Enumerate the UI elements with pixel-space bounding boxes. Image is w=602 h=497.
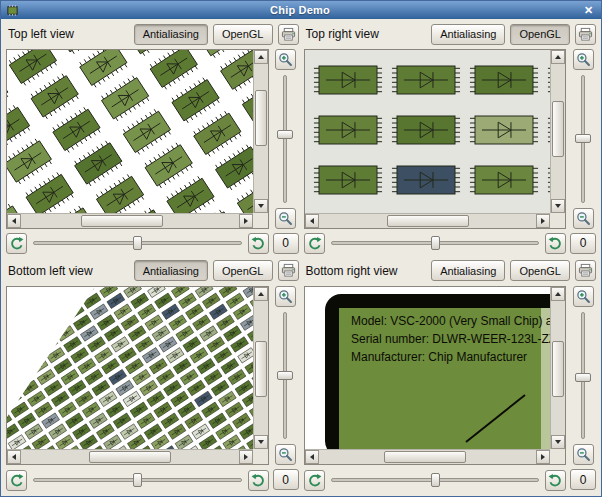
vertical-scroll-handle[interactable] xyxy=(255,90,267,146)
scroll-down-button[interactable] xyxy=(551,199,565,213)
vertical-scroll-handle[interactable] xyxy=(552,101,564,157)
print-button[interactable] xyxy=(278,260,299,281)
scroll-up-button[interactable] xyxy=(254,287,268,301)
arrow-left-icon xyxy=(310,454,314,460)
zoom-out-button[interactable] xyxy=(573,444,594,465)
rotate-slider[interactable] xyxy=(31,233,244,254)
zoom-in-button[interactable] xyxy=(573,286,594,307)
reset-button[interactable]: 0 xyxy=(570,233,596,254)
horizontal-scrollbar[interactable] xyxy=(305,213,551,228)
horizontal-scrollbar[interactable] xyxy=(7,449,253,464)
reset-button[interactable]: 0 xyxy=(273,233,299,254)
rotate-left-arrow-icon xyxy=(307,473,322,488)
rotate-right-button[interactable] xyxy=(545,233,566,254)
view-panel-bottom-left: Bottom left view Antialiasing OpenGL xyxy=(6,260,299,492)
opengl-button[interactable]: OpenGL xyxy=(510,260,570,281)
print-button[interactable] xyxy=(278,24,299,45)
print-button[interactable] xyxy=(575,24,596,45)
magnifier-plus-icon xyxy=(278,289,293,304)
zoom-out-button[interactable] xyxy=(573,208,594,229)
graphics-view[interactable] xyxy=(6,49,269,229)
view-panel-bottom-right: Bottom right view Antialiasing OpenGL Mo… xyxy=(304,260,597,492)
zoom-slider[interactable] xyxy=(573,310,594,442)
graphics-view[interactable] xyxy=(6,286,269,466)
vertical-scroll-handle[interactable] xyxy=(255,341,267,397)
zoom-out-button[interactable] xyxy=(275,208,296,229)
graphics-view[interactable] xyxy=(304,49,567,229)
zoom-slider[interactable] xyxy=(275,73,296,205)
zoom-in-button[interactable] xyxy=(275,49,296,70)
view-title-label: Top right view xyxy=(304,27,379,41)
scroll-left-button[interactable] xyxy=(7,214,21,228)
rotate-left-button[interactable] xyxy=(6,470,27,491)
rotate-slider-handle[interactable] xyxy=(431,473,440,487)
zoom-slider-handle[interactable] xyxy=(277,371,293,380)
scroll-up-button[interactable] xyxy=(254,50,268,64)
rotate-left-button[interactable] xyxy=(304,470,325,491)
horizontal-scroll-handle[interactable] xyxy=(384,451,466,463)
antialiasing-button[interactable]: Antialiasing xyxy=(431,260,505,281)
rotate-left-button[interactable] xyxy=(6,233,27,254)
zoom-in-button[interactable] xyxy=(573,49,594,70)
rotate-slider-handle[interactable] xyxy=(133,473,142,487)
scroll-up-button[interactable] xyxy=(551,50,565,64)
scroll-left-button[interactable] xyxy=(305,214,319,228)
print-button[interactable] xyxy=(575,260,596,281)
zoom-out-button[interactable] xyxy=(275,444,296,465)
scroll-right-button[interactable] xyxy=(239,450,253,464)
horizontal-scroll-handle[interactable] xyxy=(387,215,469,227)
horizontal-scroll-handle[interactable] xyxy=(89,451,171,463)
antialiasing-button[interactable]: Antialiasing xyxy=(134,260,208,281)
zoom-slider-handle[interactable] xyxy=(277,130,293,139)
vertical-scroll-handle[interactable] xyxy=(552,341,564,397)
rotate-right-button[interactable] xyxy=(248,470,269,491)
horizontal-scrollbar[interactable] xyxy=(305,449,551,464)
rotate-slider[interactable] xyxy=(31,470,244,491)
scroll-right-button[interactable] xyxy=(536,214,550,228)
rotate-slider-row xyxy=(6,469,269,491)
antialiasing-button[interactable]: Antialiasing xyxy=(134,24,208,45)
scroll-left-button[interactable] xyxy=(305,450,319,464)
rotate-right-button[interactable] xyxy=(545,470,566,491)
rotate-slider[interactable] xyxy=(329,470,542,491)
printer-icon xyxy=(281,27,296,42)
close-button[interactable]: ✕ xyxy=(581,4,596,17)
scroll-left-button[interactable] xyxy=(7,450,21,464)
rotate-left-button[interactable] xyxy=(304,233,325,254)
opengl-button[interactable]: OpenGL xyxy=(510,24,570,45)
antialiasing-button[interactable]: Antialiasing xyxy=(431,24,505,45)
view-title-label: Bottom right view xyxy=(304,264,398,278)
reset-button[interactable]: 0 xyxy=(273,469,299,490)
horizontal-scrollbar[interactable] xyxy=(7,213,253,228)
rotate-slider-handle[interactable] xyxy=(133,236,142,250)
vertical-scrollbar[interactable] xyxy=(253,287,268,450)
vertical-scrollbar[interactable] xyxy=(253,50,268,213)
scroll-up-button[interactable] xyxy=(551,287,565,301)
zoom-slider-handle[interactable] xyxy=(575,373,591,382)
scroll-down-button[interactable] xyxy=(551,435,565,449)
scroll-right-button[interactable] xyxy=(536,450,550,464)
vertical-scrollbar[interactable] xyxy=(550,50,565,213)
zoom-slider-handle[interactable] xyxy=(575,134,591,143)
titlebar[interactable]: Chip Demo ✕ xyxy=(1,1,601,19)
zoom-slider[interactable] xyxy=(573,73,594,205)
view-header: Bottom left view Antialiasing OpenGL xyxy=(6,260,299,282)
reset-button[interactable]: 0 xyxy=(570,469,596,490)
graphics-view[interactable]: Model: VSC-2000 (Very Small Chip) at 9Se… xyxy=(304,286,567,466)
vertical-scrollbar[interactable] xyxy=(550,287,565,450)
scroll-down-button[interactable] xyxy=(254,435,268,449)
zoom-slider[interactable] xyxy=(275,310,296,442)
opengl-button[interactable]: OpenGL xyxy=(213,260,273,281)
scroll-down-button[interactable] xyxy=(254,199,268,213)
rotate-right-button[interactable] xyxy=(248,233,269,254)
opengl-button[interactable]: OpenGL xyxy=(213,24,273,45)
scroll-right-button[interactable] xyxy=(239,214,253,228)
zoom-slider-column xyxy=(273,286,299,466)
horizontal-scroll-handle[interactable] xyxy=(81,215,163,227)
scrollbar-corner xyxy=(253,213,268,228)
rotate-slider-handle[interactable] xyxy=(431,236,440,250)
zoom-in-button[interactable] xyxy=(275,286,296,307)
arrow-up-icon xyxy=(555,55,561,59)
app-window: Chip Demo ✕ Top left view Antialiasing O… xyxy=(0,0,602,497)
rotate-slider[interactable] xyxy=(329,233,542,254)
